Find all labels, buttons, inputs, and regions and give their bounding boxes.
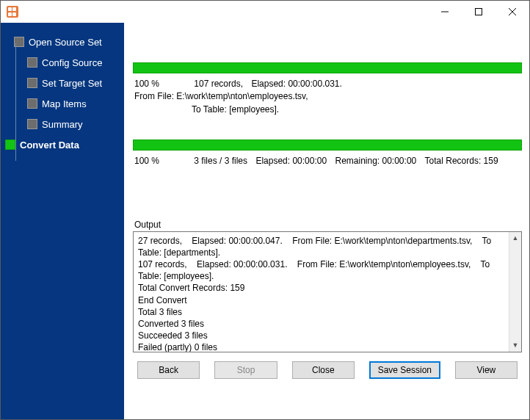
sidebar-item-summary[interactable]: Summary — [27, 115, 121, 133]
file-progress-info: 100 % 107 records, Elapsed: 00:00:00.031… — [133, 78, 522, 116]
save-session-button[interactable]: Save Session — [369, 361, 440, 379]
sidebar-item-set-target-set[interactable]: Set Target Set — [27, 74, 121, 92]
status-box-icon — [27, 78, 37, 88]
maximize-button[interactable] — [462, 1, 495, 23]
sidebar-item-convert-data[interactable]: Convert Data — [5, 136, 121, 153]
app-window: Open Source Set Config Source Set Target… — [0, 0, 530, 420]
total-progress-files: 3 files / 3 files — [194, 155, 247, 167]
file-progress-percent: 100 % — [134, 78, 186, 90]
sidebar-item-open-source-set[interactable]: Open Source Set — [14, 33, 121, 51]
sidebar-item-config-source[interactable]: Config Source — [27, 54, 121, 71]
file-progress-to: To Table: [employees]. — [192, 104, 279, 116]
view-button[interactable]: View — [455, 361, 518, 379]
total-progress-elapsed: Elapsed: 00:00:00 — [255, 155, 327, 167]
file-progress-records: 107 records, — [194, 78, 243, 90]
output-text: 27 records, Elapsed: 00:00:00.047. From … — [138, 236, 493, 352]
scroll-down-icon[interactable]: ▼ — [509, 339, 521, 352]
file-progress-bar — [133, 62, 522, 73]
status-box-icon — [27, 119, 37, 129]
sidebar: Open Source Set Config Source Set Target… — [1, 23, 124, 419]
total-progress-info: 100 % 3 files / 3 files Elapsed: 00:00:0… — [133, 155, 522, 167]
titlebar — [1, 1, 529, 23]
total-progress-total: Total Records: 159 — [425, 155, 498, 167]
output-textarea[interactable]: 27 records, Elapsed: 00:00:00.047. From … — [133, 231, 522, 352]
app-icon — [7, 6, 18, 18]
button-row: Back Stop Close Save Session View — [133, 352, 522, 385]
total-progress-percent: 100 % — [134, 155, 186, 167]
sidebar-item-label: Config Source — [42, 57, 102, 68]
close-button[interactable] — [495, 1, 529, 23]
back-button[interactable]: Back — [137, 361, 200, 379]
scrollbar[interactable]: ▲▼ — [509, 232, 521, 352]
sidebar-item-label: Summary — [42, 119, 83, 130]
stop-button: Stop — [214, 361, 277, 379]
sidebar-item-map-items[interactable]: Map Items — [27, 95, 121, 112]
close-button-footer[interactable]: Close — [292, 361, 355, 379]
status-box-icon — [27, 98, 37, 109]
minimize-button[interactable] — [428, 1, 462, 23]
file-progress-elapsed: Elapsed: 00:00:00.031. — [251, 78, 341, 90]
main-panel: 100 % 107 records, Elapsed: 00:00:00.031… — [124, 23, 529, 419]
sidebar-item-label: Set Target Set — [42, 78, 102, 89]
sidebar-item-label: Convert Data — [20, 140, 79, 151]
status-box-icon — [27, 57, 37, 68]
sidebar-item-label: Map Items — [42, 98, 87, 109]
output-label: Output — [133, 220, 522, 230]
total-progress-bar — [133, 140, 522, 151]
svg-rect-1 — [476, 9, 482, 15]
sidebar-item-label: Open Source Set — [29, 37, 102, 48]
status-box-icon — [5, 140, 15, 150]
file-progress-from: From File: E:\work\temp\nton\employees.t… — [134, 90, 308, 103]
scroll-up-icon[interactable]: ▲ — [509, 232, 521, 245]
total-progress-remaining: Remaining: 00:00:00 — [335, 155, 416, 167]
